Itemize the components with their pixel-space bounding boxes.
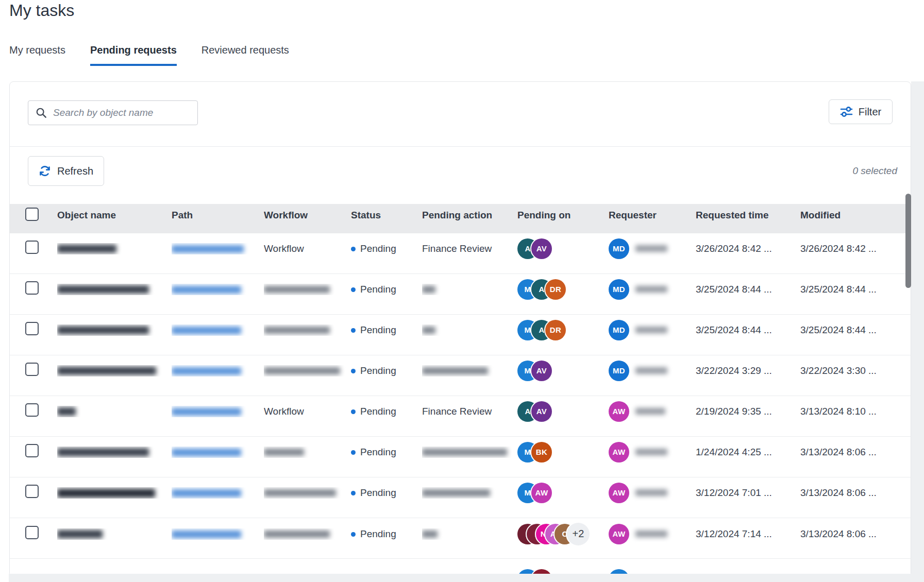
modified-time-cell: 3/13/2024 8:06 ...	[800, 487, 911, 499]
selected-count: 0 selected	[852, 165, 897, 177]
redacted-path-link[interactable]	[172, 327, 241, 334]
search-box[interactable]	[28, 100, 198, 125]
status-cell: Pending	[351, 528, 422, 540]
redacted-object-name	[57, 245, 116, 253]
pending-on-avatar-group: MAW	[517, 483, 601, 503]
object-name-cell	[57, 243, 172, 254]
refresh-button[interactable]: Refresh	[28, 156, 104, 186]
requests-table: Object namePathWorkflowStatusPending act…	[10, 204, 911, 574]
row-checkbox[interactable]	[25, 485, 39, 498]
status-cell: Pending	[351, 406, 422, 417]
avatar: AV	[531, 401, 552, 422]
table-row: WorkflowPendingFinance ReviewAAVAW2/19/2…	[10, 396, 911, 437]
status-pending-dot	[351, 532, 356, 537]
select-all-checkbox[interactable]	[25, 208, 39, 221]
status-label: Pending	[360, 324, 396, 335]
content-card: Filter Refresh 0 selected Object namePat…	[9, 81, 911, 574]
requested-time-cell: 2/19/2024 9:35 ...	[696, 406, 800, 417]
search-input[interactable]	[52, 107, 191, 119]
table-row: WorkflowPendingFinance ReviewAAVMD3/26/2…	[10, 233, 911, 274]
requested-time-cell: 3/25/2024 8:44 ...	[696, 284, 800, 295]
refresh-label: Refresh	[57, 165, 93, 177]
filter-button[interactable]: Filter	[829, 99, 893, 124]
tab-reviewed-requests[interactable]: Reviewed requests	[201, 44, 289, 66]
redacted-pending-action	[422, 489, 490, 497]
redacted-workflow	[264, 449, 304, 456]
row-checkbox[interactable]	[25, 403, 39, 417]
redacted-path-link[interactable]	[172, 449, 241, 456]
redacted-path-link[interactable]	[172, 530, 241, 538]
table-row: PendingMBKAW1/24/2024 4:25 ...3/13/2024 …	[10, 437, 911, 477]
row-select-cell	[10, 485, 57, 501]
scrollbar-thumb[interactable]	[905, 194, 911, 288]
requester-cell: MD	[609, 238, 696, 259]
table-row: Pending11NAAVC+2AW3/12/2024 7:14 ...3/13…	[10, 518, 911, 559]
row-checkbox[interactable]	[25, 363, 39, 376]
filter-label: Filter	[859, 106, 881, 118]
modified-time-cell: 3/13/2024 8:06 ...	[800, 447, 911, 458]
status-label: Pending	[360, 406, 396, 417]
pending-on-cell: MAV	[517, 361, 609, 381]
path-cell	[172, 365, 264, 376]
column-header-object-name: Object name	[57, 210, 172, 221]
redacted-workflow	[264, 327, 330, 334]
path-cell	[172, 487, 264, 499]
avatar-overflow-badge[interactable]: +2	[567, 523, 590, 545]
tab-my-requests[interactable]: My requests	[9, 44, 65, 66]
requester-cell: AW	[609, 442, 696, 463]
object-name-cell	[57, 487, 172, 499]
page-background-right	[911, 81, 924, 582]
row-checkbox[interactable]	[25, 526, 39, 539]
column-header-requested-time: Requested time	[696, 210, 800, 221]
avatar: AV	[531, 238, 552, 259]
requester-cell: MD	[609, 279, 696, 300]
tab-pending-requests[interactable]: Pending requests	[90, 44, 177, 66]
modified-time-cell: 3/13/2024 8:10 ...	[800, 406, 911, 417]
table-row: PendingMAVMD3/22/2024 3:29 ...3/22/2024 …	[10, 355, 911, 396]
workflow-cell	[264, 365, 351, 376]
redacted-pending-action	[422, 327, 435, 334]
row-select-cell	[10, 526, 57, 542]
avatar: AW	[531, 483, 552, 503]
pending-on-avatar-group: MADR	[517, 320, 601, 340]
modified-time-cell: 3/22/2024 3:30 ...	[800, 365, 911, 376]
row-select-cell	[10, 281, 57, 297]
redacted-path-link[interactable]	[172, 489, 241, 497]
redacted-workflow	[264, 489, 336, 497]
row-checkbox[interactable]	[25, 241, 39, 254]
pending-on-avatar-group: MADR	[517, 279, 601, 300]
status-pending-dot	[351, 287, 356, 292]
redacted-path-link[interactable]	[172, 286, 241, 294]
row-select-cell	[10, 322, 57, 338]
status-label: Pending	[360, 447, 396, 457]
row-checkbox[interactable]	[25, 281, 39, 295]
pending-on-avatar-group: 11NAAVC+2	[517, 523, 601, 545]
row-checkbox[interactable]	[25, 322, 39, 335]
workflow-cell: Workflow	[264, 406, 351, 417]
redacted-requester-name	[635, 449, 667, 455]
toolbar-divider	[10, 146, 911, 147]
status-pending-dot	[351, 491, 356, 495]
column-header-requester: Requester	[609, 210, 696, 221]
status-cell: Pending	[351, 284, 422, 295]
redacted-requester-name	[635, 408, 665, 415]
redacted-path-link[interactable]	[172, 408, 241, 416]
redacted-requester-name	[635, 286, 667, 293]
pending-on-cell: MAW	[517, 483, 609, 503]
object-name-cell	[57, 365, 172, 376]
redacted-object-name	[57, 326, 149, 334]
redacted-requester-name	[635, 245, 667, 252]
avatar: BK	[531, 442, 552, 463]
redacted-pending-action	[422, 367, 488, 374]
workflow-cell	[264, 487, 351, 499]
status-pending-dot	[351, 409, 356, 414]
redacted-path-link[interactable]	[172, 245, 244, 253]
redacted-path-link[interactable]	[172, 367, 241, 375]
page: My tasks My requests Pending requests Re…	[0, 0, 924, 582]
column-header-pending-on: Pending on	[517, 210, 609, 221]
pending-on-avatar-group	[517, 559, 601, 574]
row-checkbox[interactable]	[25, 444, 39, 457]
status-cell: Pending	[351, 365, 422, 376]
status-pending-dot	[351, 450, 356, 455]
avatar: DR	[545, 279, 566, 300]
